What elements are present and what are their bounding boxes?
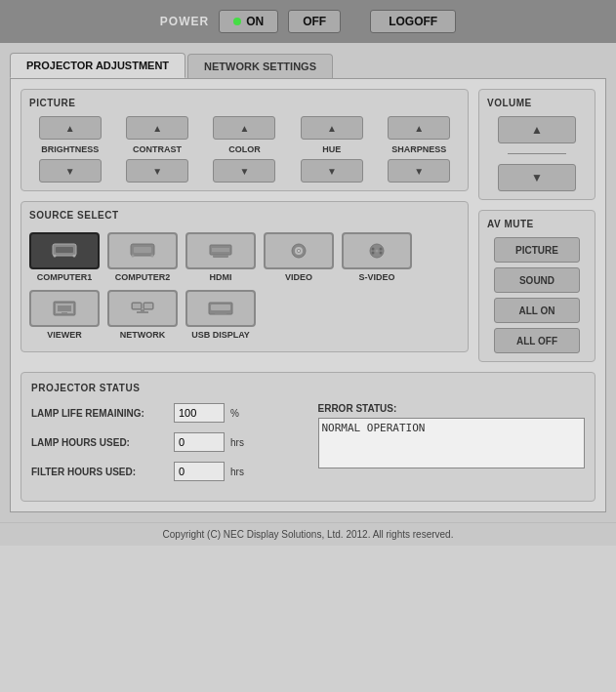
color-up-button[interactable]: ▲: [213, 116, 275, 140]
picture-section: PICTURE ▲ BRIGHTNESS ▼ ▲ CONTRAST ▼: [21, 89, 469, 191]
svideo-icon-svg: [363, 242, 390, 260]
tab-panel: PICTURE ▲ BRIGHTNESS ▼ ▲ CONTRAST ▼: [10, 78, 606, 512]
projector-status-title: PROJECTOR STATUS: [31, 383, 585, 393]
source-buttons: COMPUTER1: [29, 228, 460, 286]
vga-icon-svg: [51, 242, 78, 260]
svg-rect-24: [62, 312, 67, 314]
brightness-up-button[interactable]: ▲: [39, 116, 102, 140]
source-network-button[interactable]: NETWORK: [107, 290, 178, 340]
error-status-textarea[interactable]: NORMAL OPERATION: [318, 418, 586, 468]
sharpness-up-button[interactable]: ▲: [388, 116, 450, 140]
brightness-label: BRIGHTNESS: [41, 144, 99, 154]
volume-up-button[interactable]: ▲: [498, 116, 576, 143]
svg-rect-23: [58, 305, 71, 311]
svg-point-2: [54, 255, 57, 258]
lamp-life-input[interactable]: [174, 403, 225, 423]
source-computer2-button[interactable]: COMPUTER2: [107, 232, 178, 282]
power-label: POWER: [160, 15, 209, 28]
svg-rect-33: [217, 310, 225, 313]
svg-rect-32: [211, 305, 230, 310]
svg-point-20: [376, 250, 379, 253]
brightness-control: ▲ BRIGHTNESS ▼: [39, 116, 102, 183]
volume-down-button[interactable]: ▼: [498, 164, 576, 191]
av-mute-section: AV MUTE PICTURE SOUND ALL ON ALL OFF: [478, 210, 595, 362]
source-buttons-row2: VIEWER: [29, 286, 460, 344]
svg-rect-28: [144, 304, 152, 308]
computer1-label: COMPUTER1: [37, 272, 93, 282]
av-all-on-button[interactable]: ALL ON: [494, 298, 580, 323]
svg-rect-26: [133, 304, 141, 308]
power-on-button[interactable]: ON: [219, 10, 278, 33]
source-computer1-button[interactable]: COMPUTER1: [29, 232, 100, 282]
power-on-label: ON: [246, 15, 264, 28]
source-video-button[interactable]: VIDEO: [264, 232, 334, 282]
svg-rect-9: [213, 255, 228, 258]
svg-rect-29: [141, 309, 144, 311]
error-status-label: ERROR STATUS:: [318, 403, 586, 414]
picture-controls: ▲ BRIGHTNESS ▼ ▲ CONTRAST ▼ ▲: [29, 116, 460, 183]
sharpness-down-button[interactable]: ▼: [388, 159, 450, 183]
hdmi-label: HDMI: [210, 272, 232, 282]
volume-section: VOLUME ▲ ▼: [478, 89, 595, 200]
video-icon: [264, 232, 334, 269]
svg-point-3: [73, 255, 76, 258]
filter-hours-label: FILTER HOURS USED:: [31, 467, 168, 477]
video-icon-svg: [285, 242, 312, 260]
top-bar: POWER ON OFF LOGOFF: [0, 0, 616, 43]
source-select-title: SOURCE SELECT: [29, 210, 460, 221]
sharpness-control: ▲ SHARPNESS ▼: [388, 116, 450, 183]
volume-divider: [508, 153, 566, 154]
color-control: ▲ COLOR ▼: [213, 116, 275, 183]
lamp-hours-unit: hrs: [230, 437, 244, 448]
picture-section-title: PICTURE: [29, 98, 460, 108]
computer1-icon: [29, 232, 100, 269]
source-viewer-button[interactable]: VIEWER: [29, 290, 100, 340]
footer-text: Copyright (C) NEC Display Solutions, Ltd…: [163, 529, 454, 540]
network-label: NETWORK: [120, 330, 166, 340]
svg-point-6: [132, 255, 135, 258]
logoff-button[interactable]: LOGOFF: [370, 10, 456, 33]
usb-display-label: USB DISPLAY: [191, 330, 250, 340]
filter-hours-unit: hrs: [230, 467, 244, 477]
filter-hours-row: FILTER HOURS USED: hrs: [31, 462, 299, 481]
source-svideo-button[interactable]: S-VIDEO: [342, 232, 412, 282]
svg-rect-5: [134, 247, 151, 253]
source-usb-display-button[interactable]: USB DISPLAY: [185, 290, 256, 340]
viewer-label: VIEWER: [47, 330, 82, 340]
video-label: VIDEO: [285, 272, 312, 282]
tab-projector-adjustment[interactable]: PROJECTOR ADJUSTMENT: [10, 53, 185, 78]
usb-icon-svg: [207, 300, 234, 317]
svg-rect-10: [212, 248, 229, 252]
svideo-icon: [342, 232, 412, 269]
color-down-button[interactable]: ▼: [213, 159, 275, 183]
av-all-off-button[interactable]: ALL OFF: [494, 328, 580, 353]
footer: Copyright (C) NEC Display Solutions, Ltd…: [0, 522, 616, 546]
hue-label: HUE: [322, 144, 341, 154]
viewer-icon: [29, 290, 100, 327]
av-picture-button[interactable]: PICTURE: [494, 237, 580, 263]
contrast-up-button[interactable]: ▲: [126, 116, 188, 140]
contrast-down-button[interactable]: ▼: [126, 159, 188, 183]
source-hdmi-button[interactable]: HDMI: [185, 232, 256, 282]
lamp-hours-label: LAMP HOURS USED:: [31, 437, 168, 448]
filter-hours-input[interactable]: [174, 462, 225, 481]
brightness-down-button[interactable]: ▼: [39, 159, 102, 183]
svg-rect-34: [215, 313, 226, 314]
hdmi-icon: [185, 232, 256, 269]
av-sound-button[interactable]: SOUND: [494, 267, 580, 293]
power-off-button[interactable]: OFF: [288, 10, 341, 33]
lamp-hours-input[interactable]: [174, 432, 225, 452]
tab-bar: PROJECTOR ADJUSTMENT NETWORK SETTINGS: [10, 53, 606, 78]
lamp-life-label: LAMP LIFE REMAINING:: [31, 408, 168, 419]
hue-up-button[interactable]: ▲: [301, 116, 363, 140]
two-col-layout: PICTURE ▲ BRIGHTNESS ▼ ▲ CONTRAST ▼: [21, 89, 595, 362]
tab-network-settings[interactable]: NETWORK SETTINGS: [187, 54, 333, 78]
volume-section-title: VOLUME: [487, 98, 532, 108]
hue-down-button[interactable]: ▼: [301, 159, 363, 183]
status-fields: LAMP LIFE REMAINING: % LAMP HOURS USED: …: [31, 403, 299, 491]
projector-status-section: PROJECTOR STATUS LAMP LIFE REMAINING: % …: [21, 372, 595, 502]
svg-rect-1: [56, 247, 73, 253]
av-mute-title: AV MUTE: [487, 219, 534, 229]
svg-point-19: [380, 252, 383, 255]
error-status: ERROR STATUS: NORMAL OPERATION: [318, 403, 586, 491]
